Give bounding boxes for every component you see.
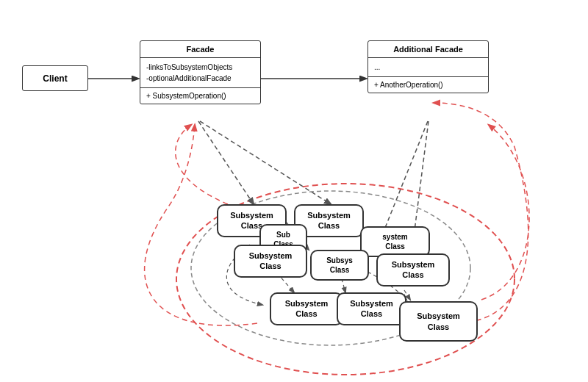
subsystem-box-8: SubsystemClass xyxy=(337,292,406,325)
facade-attr-1: -linksToSubsystemObjects xyxy=(146,62,254,73)
facade-attr-2: -optionalAdditionalFacade xyxy=(146,73,254,84)
additional-facade-method-1: + AnotherOperation() xyxy=(374,81,482,89)
subsystem-box-3: systemClass xyxy=(360,226,430,257)
client-box: Client xyxy=(22,65,88,91)
client-label: Client xyxy=(43,73,67,84)
subsystem-box-5: SubsysClass xyxy=(310,250,369,281)
svg-line-4 xyxy=(198,121,254,204)
subsystem-box-9: SubsystemClass xyxy=(399,301,478,342)
subsystem-box-6: SubsystemClass xyxy=(376,253,450,286)
facade-box: Facade -linksToSubsystemObjects -optiona… xyxy=(140,40,261,104)
additional-facade-title: Additional Facade xyxy=(368,41,488,58)
svg-line-5 xyxy=(200,121,331,204)
additional-facade-methods: + AnotherOperation() xyxy=(368,77,488,93)
facade-title: Facade xyxy=(140,41,260,58)
diagram-container: Client Facade -linksToSubsystemObjects -… xyxy=(0,0,588,382)
subsystem-box-4: SubsystemClass xyxy=(234,245,307,278)
facade-methods: + SubsystemOperation() xyxy=(140,88,260,104)
additional-facade-attrs: ... xyxy=(368,58,488,77)
additional-facade-box: Additional Facade ... + AnotherOperation… xyxy=(368,40,489,93)
facade-method-1: + SubsystemOperation() xyxy=(146,92,254,100)
facade-attrs: -linksToSubsystemObjects -optionalAdditi… xyxy=(140,58,260,88)
additional-facade-attr-1: ... xyxy=(374,62,482,73)
subsystem-box-7: SubsystemClass xyxy=(270,292,343,325)
